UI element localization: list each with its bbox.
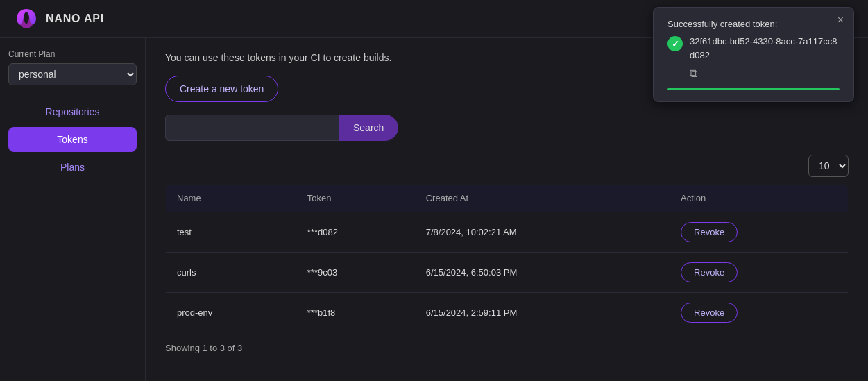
table-row: test ***d082 7/8/2024, 10:02:21 AM Revok…	[166, 212, 849, 253]
copy-token-icon[interactable]: ⧉	[690, 67, 840, 80]
cell-token: ***d082	[296, 212, 415, 253]
search-input[interactable]	[165, 115, 339, 141]
sidebar-item-repositories[interactable]: Repositories	[8, 99, 137, 124]
cell-created-at: 6/15/2024, 2:59:11 PM	[415, 293, 670, 333]
showing-text: Showing 1 to 3 of 3	[165, 343, 849, 353]
success-check-icon	[667, 36, 683, 51]
logo-icon	[14, 6, 39, 31]
cell-action: Revoke	[670, 253, 848, 293]
table-row: curls ***9c03 6/15/2024, 6:50:03 PM Revo…	[166, 253, 849, 293]
cell-created-at: 7/8/2024, 10:02:21 AM	[415, 212, 670, 253]
cell-token: ***b1f8	[296, 293, 415, 333]
sidebar: Current Plan personal Repositories Token…	[0, 38, 146, 381]
toast-token-value: 32f61dbc-bd52-4330-8acc-7a117cc8d082	[690, 35, 840, 62]
search-row: Search	[165, 115, 849, 141]
tokens-table: Name Token Created At Action test ***d08…	[165, 184, 849, 333]
per-page-row: 10 25 50	[165, 155, 849, 177]
cell-action: Revoke	[670, 293, 848, 333]
revoke-button[interactable]: Revoke	[681, 222, 738, 242]
revoke-button[interactable]: Revoke	[681, 262, 738, 282]
revoke-button[interactable]: Revoke	[681, 303, 738, 323]
create-new-token-button[interactable]: Create a new token	[165, 76, 278, 102]
col-header-name: Name	[166, 185, 296, 212]
cell-action: Revoke	[670, 212, 848, 253]
cell-name: test	[166, 212, 296, 253]
sidebar-item-tokens[interactable]: Tokens	[8, 127, 137, 152]
col-header-token: Token	[296, 185, 415, 212]
plan-select[interactable]: personal	[8, 63, 137, 85]
table-row: prod-env ***b1f8 6/15/2024, 2:59:11 PM R…	[166, 293, 849, 333]
toast-close-button[interactable]: ×	[837, 15, 844, 26]
per-page-select[interactable]: 10 25 50	[808, 155, 849, 177]
cell-token: ***9c03	[296, 253, 415, 293]
col-header-action: Action	[670, 185, 848, 212]
cell-name: prod-env	[166, 293, 296, 333]
toast-body: 32f61dbc-bd52-4330-8acc-7a117cc8d082	[667, 35, 840, 62]
col-header-created-at: Created At	[415, 185, 670, 212]
cell-created-at: 6/15/2024, 6:50:03 PM	[415, 253, 670, 293]
toast-title: Successfully created token:	[667, 19, 840, 29]
cell-name: curls	[166, 253, 296, 293]
toast-progress-bar	[667, 88, 840, 90]
toast-notification: × Successfully created token: 32f61dbc-b…	[653, 7, 854, 102]
current-plan-label: Current Plan	[8, 49, 137, 59]
sidebar-nav: Repositories Tokens Plans	[8, 99, 137, 180]
app-title: NANO API	[46, 12, 104, 25]
sidebar-item-plans[interactable]: Plans	[8, 155, 137, 180]
search-button[interactable]: Search	[339, 115, 398, 141]
